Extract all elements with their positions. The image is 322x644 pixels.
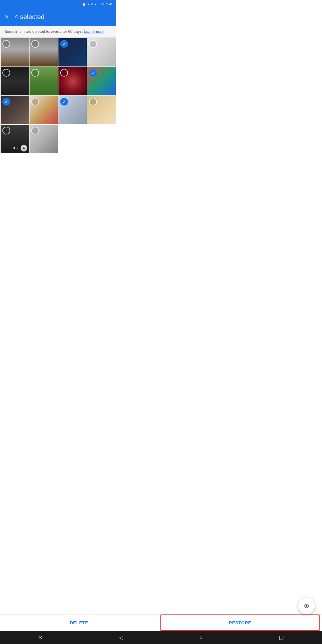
check-circle-14[interactable] bbox=[31, 127, 39, 134]
check-circle-4[interactable] bbox=[89, 40, 97, 48]
check-circle-11[interactable] bbox=[60, 98, 68, 106]
check-circle-1[interactable] bbox=[2, 40, 10, 48]
check-circle-6[interactable] bbox=[31, 69, 39, 77]
info-bar: Items in bin are deleted forever after 6… bbox=[0, 26, 116, 38]
check-circle-5[interactable] bbox=[2, 69, 10, 77]
photo-cell-10[interactable] bbox=[30, 96, 58, 124]
check-circle-2[interactable] bbox=[31, 40, 39, 48]
photo-cell-12[interactable] bbox=[87, 96, 116, 124]
check-circle-8[interactable] bbox=[89, 69, 97, 77]
wifi-icon: ▾ bbox=[87, 2, 89, 6]
close-button[interactable]: × bbox=[5, 14, 9, 20]
photo-cell-4[interactable] bbox=[87, 38, 116, 66]
photo-grid: 0:00 bbox=[0, 38, 116, 154]
photo-cell-8[interactable] bbox=[87, 67, 116, 95]
check-circle-13[interactable] bbox=[2, 127, 10, 134]
video-duration-13: 0:00 bbox=[13, 146, 19, 150]
check-circle-7[interactable] bbox=[60, 69, 68, 77]
status-bar-icons: ⏰ ▾ ✕ ▲ 86% 2:41 bbox=[82, 2, 113, 6]
top-bar: × 4 selected bbox=[0, 8, 116, 26]
photo-cell-2[interactable] bbox=[30, 38, 58, 66]
video-badge-13: 0:00 bbox=[13, 145, 27, 151]
selected-count-title: 4 selected bbox=[15, 13, 44, 21]
photo-cell-5[interactable] bbox=[1, 67, 29, 95]
photo-cell-9[interactable] bbox=[1, 96, 29, 124]
photo-cell-13[interactable]: 0:00 bbox=[1, 125, 29, 153]
check-circle-10[interactable] bbox=[31, 98, 39, 106]
photo-cell-3[interactable] bbox=[58, 38, 87, 66]
photo-cell-7[interactable] bbox=[58, 67, 87, 95]
check-circle-12[interactable] bbox=[89, 98, 97, 106]
photo-cell-1[interactable] bbox=[1, 38, 29, 66]
photo-cell-14[interactable] bbox=[30, 125, 58, 153]
signal-icon: ▲ bbox=[94, 2, 97, 6]
play-button-13[interactable] bbox=[21, 145, 27, 151]
learn-more-link[interactable]: Learn more bbox=[84, 29, 103, 34]
alarm-icon: ⏰ bbox=[82, 2, 86, 6]
check-circle-3[interactable] bbox=[60, 40, 68, 48]
time-text: 2:41 bbox=[106, 2, 113, 6]
info-message: Items in bin are deleted forever after 6… bbox=[5, 29, 83, 34]
check-circle-9[interactable] bbox=[2, 98, 10, 106]
battery-text: 86% bbox=[99, 2, 105, 6]
status-bar: ⏰ ▾ ✕ ▲ 86% 2:41 bbox=[0, 0, 116, 8]
photo-cell-6[interactable] bbox=[30, 67, 58, 95]
photo-cell-11[interactable] bbox=[58, 96, 87, 124]
signal-x-icon: ✕ bbox=[90, 2, 93, 6]
